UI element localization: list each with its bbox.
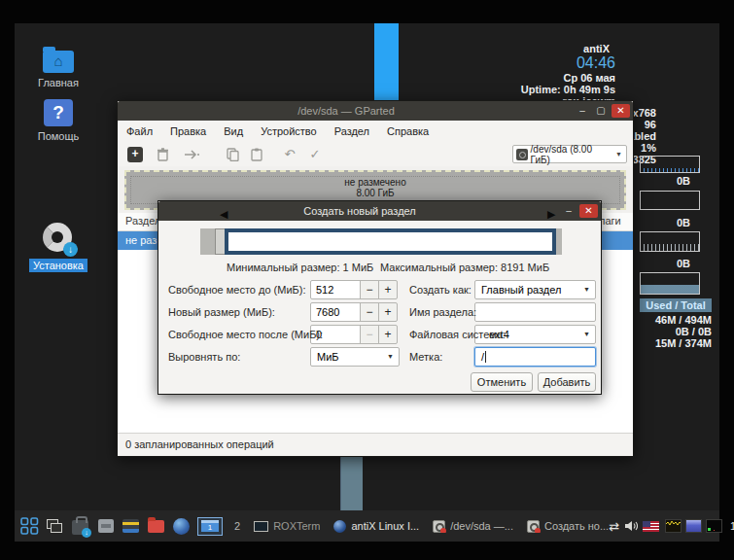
workspace-1-label: 1 <box>201 520 219 532</box>
app-menu-icon[interactable] <box>20 517 39 535</box>
terminal-icon <box>254 521 268 532</box>
slider-left-arrow-icon[interactable]: ◀ <box>220 208 227 221</box>
taskbar: ↓ 1 2 ROXTerm antiX Linux I... /dev/sda … <box>15 510 719 542</box>
partition-name-label: Имя раздела: <box>409 302 476 322</box>
chevron-down-icon: ▼ <box>612 151 626 158</box>
free-before-input[interactable]: 512 <box>310 280 361 299</box>
free-before-plus-button[interactable]: + <box>378 280 398 299</box>
volume-icon[interactable] <box>624 520 638 532</box>
desktop-icon-home[interactable]: ⌂ Главная <box>15 51 102 88</box>
new-size-minus-button[interactable]: − <box>360 302 379 322</box>
package-installer-icon[interactable]: ↓ <box>72 520 88 535</box>
conky-date: Ср 06 мая <box>501 72 615 84</box>
show-desktop-icon[interactable] <box>47 519 63 534</box>
free-before-spinner: 512 − + <box>310 280 398 299</box>
slider-right-arrow-icon[interactable]: ▶ <box>547 208 555 221</box>
menu-partition[interactable]: Раздел <box>326 122 378 140</box>
copy-button[interactable] <box>225 147 240 162</box>
free-after-spinner: 0 − + <box>310 325 398 344</box>
workspace-1[interactable]: 1 <box>197 517 223 536</box>
menu-file[interactable]: Файл <box>118 122 161 140</box>
desktop-icon-install[interactable]: ↓ Установка <box>15 222 102 272</box>
task-antix-label: antiX Linux I... <box>351 520 419 532</box>
conky-uptime: Uptime: 0h 49m 9s <box>501 84 615 95</box>
conky-fs-header: Used / Total <box>640 298 712 312</box>
dialog-minimize-button[interactable]: – <box>561 204 577 218</box>
filesystem-label: Файловая система: <box>409 325 506 344</box>
menu-view[interactable]: Вид <box>215 122 252 140</box>
device-selector-value: /dev/sda (8.00 ГиБ) <box>531 144 612 165</box>
new-size-plus-button[interactable]: + <box>378 302 398 322</box>
task-antix-browser[interactable]: antiX Linux I... <box>333 520 419 533</box>
memory-monitor-applet[interactable] <box>685 519 702 533</box>
partition-name-input[interactable] <box>474 302 596 322</box>
task-roxterm-label: ROXTerm <box>273 520 320 532</box>
desktop-icon-help[interactable]: ? Помощь <box>15 99 102 142</box>
task-create-dialog[interactable]: Создать но... <box>527 520 609 533</box>
partition-size-slider[interactable] <box>200 228 562 255</box>
wallpaper-stripe-bottom <box>340 457 363 510</box>
create-as-value: Главный раздел <box>475 281 561 298</box>
file-manager-icon[interactable] <box>122 519 139 533</box>
task-gparted-label: /dev/sda —... <box>450 520 513 532</box>
chevron-down-icon: ▼ <box>578 281 595 298</box>
undo-button[interactable]: ↶ <box>282 147 297 162</box>
dialog-close-button[interactable]: ✕ <box>579 204 598 218</box>
network-monitor-applet[interactable] <box>706 519 722 533</box>
task-roxterm[interactable]: ROXTerm <box>254 520 320 532</box>
chevron-down-icon: ▼ <box>382 348 399 366</box>
conky-time: 04:46 <box>501 54 615 72</box>
free-after-minus-button[interactable]: − <box>360 325 379 344</box>
installer-icon: ↓ <box>41 222 76 255</box>
maximize-button[interactable]: ▢ <box>593 104 609 118</box>
free-before-minus-button[interactable]: − <box>360 280 379 299</box>
slider-partition-body[interactable] <box>225 228 556 255</box>
system-tray: ⇄ 16:46:35 <box>609 519 734 534</box>
new-partition-button[interactable]: + <box>127 147 143 162</box>
keyboard-layout-us-flag-icon[interactable] <box>643 521 659 532</box>
workspace-2[interactable]: 2 <box>234 520 240 532</box>
browser-icon[interactable] <box>173 518 190 535</box>
new-size-input[interactable]: 7680 <box>310 302 361 322</box>
drive-icon <box>516 149 528 160</box>
label-input[interactable]: / <box>474 347 596 367</box>
network-arrows-icon[interactable]: ⇄ <box>609 519 619 534</box>
gparted-titlebar[interactable]: /dev/sda — GParted – ▢ ✕ <box>118 101 633 121</box>
close-button[interactable]: ✕ <box>612 104 630 118</box>
device-selector[interactable]: /dev/sda (8.00 ГиБ) ▼ <box>512 145 627 163</box>
menu-device[interactable]: Устройство <box>252 122 326 140</box>
gparted-statusbar: 0 запланированных операций <box>118 433 633 456</box>
free-after-plus-button[interactable]: + <box>378 325 398 344</box>
screen: ⌂ Главная ? Помощь ↓ Установка antiX 04:… <box>0 0 734 560</box>
paste-button[interactable] <box>249 147 264 162</box>
label-input-value: / <box>481 351 484 363</box>
align-combobox[interactable]: МиБ ▼ <box>310 347 400 367</box>
conky-graph-net-up <box>640 191 700 210</box>
wallpaper-stripe-top <box>374 23 399 102</box>
gparted-icon <box>527 520 540 533</box>
folder-red-icon[interactable] <box>148 520 164 533</box>
globe-icon <box>333 520 346 533</box>
cpu-monitor-applet[interactable] <box>665 519 682 533</box>
free-before-label: Свободное место до (МиБ): <box>168 280 306 299</box>
help-icon: ? <box>44 99 73 126</box>
create-as-combobox[interactable]: Главный раздел ▼ <box>474 280 596 299</box>
archive-tool-icon[interactable] <box>98 519 114 533</box>
task-gparted[interactable]: /dev/sda —... <box>433 520 513 533</box>
menu-edit[interactable]: Правка <box>161 122 215 140</box>
min-size-label: Минимальный размер: 1 МиБ <box>227 262 373 273</box>
minimize-button[interactable]: – <box>575 104 590 118</box>
create-partition-dialog: Создать новый раздел – ✕ ◀ ▶ Минимальный… <box>157 200 602 395</box>
cancel-button[interactable]: Отменить <box>471 372 533 392</box>
menu-help[interactable]: Справка <box>378 122 437 140</box>
taskbar-clock[interactable]: 16:46:35 <box>730 520 734 532</box>
gparted-menubar: Файл Правка Вид Устройство Раздел Справк… <box>118 121 633 142</box>
text-caret <box>485 351 486 363</box>
resize-move-button[interactable] <box>184 147 199 162</box>
new-size-label: Новый размер (МиБ): <box>168 302 275 322</box>
download-arrow-icon: ↓ <box>63 242 78 257</box>
column-partition: Раздел <box>125 215 160 227</box>
delete-partition-button[interactable] <box>155 147 170 162</box>
apply-button[interactable]: ✓ <box>307 147 323 162</box>
add-button[interactable]: Добавить <box>538 372 596 392</box>
